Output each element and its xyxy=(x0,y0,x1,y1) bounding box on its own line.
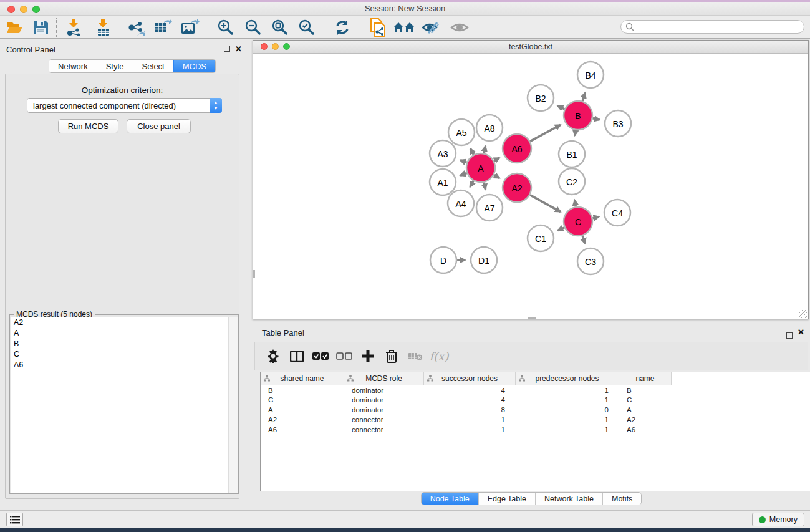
mcds-result-item[interactable]: A xyxy=(11,327,229,338)
node-B2[interactable]: B2 xyxy=(528,85,554,111)
search-input[interactable] xyxy=(634,21,804,32)
tab-select[interactable]: Select xyxy=(133,60,173,72)
edge-A6-B[interactable] xyxy=(530,125,561,141)
edge-A-A2[interactable] xyxy=(494,175,499,178)
float-table-panel-icon[interactable] xyxy=(786,332,793,341)
show-columns-icon[interactable] xyxy=(285,344,309,369)
tab-network[interactable]: Network xyxy=(49,60,97,72)
edge-C-C2[interactable] xyxy=(575,200,576,207)
node-A5[interactable]: A5 xyxy=(448,119,475,145)
column-header-name[interactable]: name xyxy=(619,372,672,385)
node-A2[interactable]: A2 xyxy=(503,173,531,202)
node-D[interactable]: D xyxy=(430,247,456,273)
node-D1[interactable]: D1 xyxy=(471,247,497,273)
close-panel-icon[interactable]: ✕ xyxy=(235,44,242,54)
column-header-predecessor-nodes[interactable]: predecessor nodes xyxy=(516,372,619,385)
edge-C-C4[interactable] xyxy=(592,217,599,218)
edge-A-A7[interactable] xyxy=(484,182,485,189)
zoom-fit-icon[interactable] xyxy=(271,18,289,37)
network-maximize-button[interactable] xyxy=(283,43,290,50)
node-A[interactable]: A xyxy=(466,153,495,182)
table-row[interactable]: A6connector11A6 xyxy=(261,425,810,435)
show-all-eye-icon[interactable] xyxy=(450,18,470,37)
tab-edge-table[interactable]: Edge Table xyxy=(478,493,535,505)
table-row[interactable]: Adominator80A xyxy=(261,405,810,415)
open-session-icon[interactable] xyxy=(5,18,24,37)
column-header-successor-nodes[interactable]: successor nodes xyxy=(424,372,516,385)
close-panel-button[interactable]: Close panel xyxy=(127,119,191,133)
table-row[interactable]: A2connector11A2 xyxy=(261,415,810,425)
refresh-icon[interactable] xyxy=(333,18,352,37)
edge-B-B3[interactable] xyxy=(593,118,600,120)
edge-A2-C[interactable] xyxy=(530,195,561,212)
result-scrollbar[interactable] xyxy=(228,317,238,493)
run-mcds-button[interactable]: Run MCDS xyxy=(58,119,118,133)
table-row[interactable]: Bdominator41B xyxy=(261,385,810,395)
node-C1[interactable]: C1 xyxy=(528,225,554,251)
search-field[interactable] xyxy=(620,20,804,34)
horizontal-scroll-indicator[interactable] xyxy=(528,317,536,319)
edge-B-B2[interactable] xyxy=(557,106,564,109)
save-session-icon[interactable] xyxy=(31,18,50,37)
node-A6[interactable]: A6 xyxy=(503,134,531,163)
edge-A-A1[interactable] xyxy=(460,173,466,175)
add-column-icon[interactable] xyxy=(356,344,380,369)
minimize-window-button[interactable] xyxy=(20,6,27,13)
mcds-result-item[interactable]: A6 xyxy=(11,359,229,370)
edge-A-A4[interactable] xyxy=(470,181,474,187)
zoom-selected-icon[interactable] xyxy=(297,18,316,37)
export-image-icon[interactable] xyxy=(180,18,200,37)
network-window-titlebar[interactable]: testGlobe.txt xyxy=(253,41,808,54)
node-A7[interactable]: A7 xyxy=(476,195,503,221)
tab-motifs[interactable]: Motifs xyxy=(602,493,641,505)
export-table-icon[interactable] xyxy=(153,18,173,37)
float-panel-icon[interactable] xyxy=(224,45,230,54)
edge-C-C3[interactable] xyxy=(582,236,585,243)
hide-selected-eye-icon[interactable] xyxy=(421,18,441,37)
node-B[interactable]: B xyxy=(564,101,592,130)
node-C[interactable]: C xyxy=(564,207,592,236)
node-A3[interactable]: A3 xyxy=(430,140,456,167)
edge-A-A8[interactable] xyxy=(484,146,485,153)
tab-style[interactable]: Style xyxy=(97,60,133,72)
mcds-result-item[interactable]: B xyxy=(11,338,229,349)
column-header-MCDS-role[interactable]: MCDS role xyxy=(344,372,424,385)
node-C4[interactable]: C4 xyxy=(604,200,630,226)
edge-A-A6[interactable] xyxy=(494,158,499,161)
edge-A-A3[interactable] xyxy=(460,160,466,163)
network-close-button[interactable] xyxy=(261,43,268,50)
memory-button[interactable]: Memory xyxy=(752,513,804,526)
node-C2[interactable]: C2 xyxy=(559,168,585,195)
tab-node-table[interactable]: Node Table xyxy=(422,493,478,505)
mcds-result-item[interactable]: A2 xyxy=(11,317,229,327)
edge-C-C1[interactable] xyxy=(557,228,564,231)
node-C3[interactable]: C3 xyxy=(577,248,604,274)
edge-B-B1[interactable] xyxy=(575,130,576,136)
maximize-window-button[interactable] xyxy=(32,6,40,13)
mcds-result-list[interactable]: A2ABCA6 xyxy=(11,317,229,493)
node-A8[interactable]: A8 xyxy=(476,115,503,141)
task-history-button[interactable] xyxy=(6,513,23,526)
vertical-scroll-indicator[interactable] xyxy=(253,270,255,278)
edge-B-B4[interactable] xyxy=(582,93,585,101)
close-window-button[interactable] xyxy=(7,6,15,13)
resize-grip-icon[interactable] xyxy=(799,310,808,318)
deselect-all-icon[interactable] xyxy=(332,344,356,369)
tab-network-table[interactable]: Network Table xyxy=(535,493,602,505)
node-B1[interactable]: B1 xyxy=(559,141,585,167)
column-header-shared-name[interactable]: shared name xyxy=(261,372,344,385)
table-options-gear-icon[interactable] xyxy=(261,344,285,369)
home-view-icon[interactable] xyxy=(393,18,415,37)
network-minimize-button[interactable] xyxy=(272,43,279,50)
export-network-icon[interactable] xyxy=(126,18,146,37)
node-A1[interactable]: A1 xyxy=(430,169,456,195)
edge-A-A5[interactable] xyxy=(470,148,473,155)
criterion-select[interactable]: largest connected component (directed) ▲… xyxy=(27,98,222,113)
import-table-icon[interactable] xyxy=(94,18,113,37)
node-B3[interactable]: B3 xyxy=(605,110,631,137)
table-row[interactable]: Cdominator41C xyxy=(261,395,810,405)
zoom-out-icon[interactable] xyxy=(244,18,263,37)
import-network-icon[interactable] xyxy=(64,18,84,37)
network-canvas[interactable]: B4B2BB3A8A5A6A3B1AA1C2A2A4A7C4CC1C3DD1 xyxy=(253,54,808,319)
select-all-icon[interactable] xyxy=(309,344,332,369)
